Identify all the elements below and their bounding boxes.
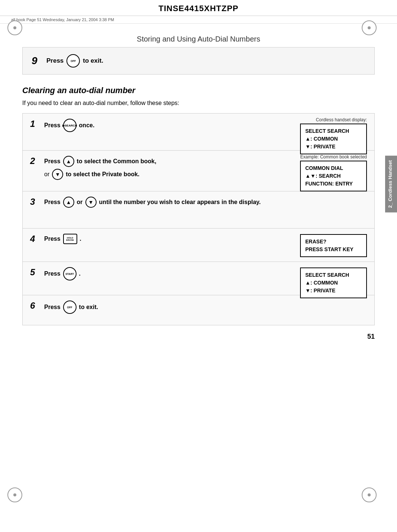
step-3-line: Press ▲ or ▼ until the number you wish t… bbox=[44, 197, 367, 208]
step-1-display: Cordless handset display: SELECT SEARCH▲… bbox=[300, 117, 367, 154]
step-6-number: 6 bbox=[30, 301, 40, 311]
step-9-number: 9 bbox=[32, 55, 43, 67]
steps-container: 1 Press ▶SEARCH once. Cordless handset d… bbox=[22, 113, 375, 325]
corner-decoration-bl bbox=[7, 487, 22, 502]
erase-button-icon: HOLD ERASE bbox=[63, 234, 77, 244]
step-5-display: SELECT SEARCH▲: COMMON▼: PRIVATE bbox=[300, 267, 367, 298]
search-button-icon: ▶SEARCH bbox=[63, 119, 77, 132]
corner-decoration-tl bbox=[7, 20, 22, 35]
page-number: 51 bbox=[0, 325, 397, 348]
step-3-content: Press ▲ or ▼ until the number you wish t… bbox=[44, 197, 367, 208]
up-arrow-icon-2: ▲ bbox=[63, 197, 74, 208]
off-button-icon: OFF bbox=[66, 54, 80, 68]
step-6-row: 6 Press OFF to exit. bbox=[23, 295, 374, 325]
step-1-row: 1 Press ▶SEARCH once. Cordless handset d… bbox=[23, 114, 374, 151]
corner-decoration-tr bbox=[362, 20, 377, 35]
step-3-row: 3 Press ▲ or ▼ until the number you wish… bbox=[23, 191, 374, 229]
step-5-display-box: SELECT SEARCH▲: COMMON▼: PRIVATE bbox=[300, 267, 367, 298]
step-2-display: Example: Common book selected COMMON DIA… bbox=[300, 154, 367, 191]
step-5-row: 5 Press START . SELECT SEARCH▲: COMMON▼:… bbox=[23, 262, 374, 295]
off-button-icon-2: OFF bbox=[63, 301, 77, 314]
step-1-number: 1 bbox=[30, 119, 40, 129]
start-button-icon: START bbox=[63, 267, 77, 280]
page-header: TINSE4415XHTZPP bbox=[0, 0, 397, 16]
step-2-number: 2 bbox=[30, 156, 40, 166]
step-9-content: Press OFF to exit. bbox=[46, 54, 103, 68]
step-4-row: 4 Press HOLD ERASE . ERASE?PRESS START K… bbox=[23, 229, 374, 262]
step-6-line: Press OFF to exit. bbox=[44, 301, 367, 314]
down-arrow-icon-2: ▼ bbox=[85, 197, 97, 208]
down-arrow-icon: ▼ bbox=[52, 169, 63, 180]
step-5-number: 5 bbox=[30, 267, 40, 278]
step-1-display-box: SELECT SEARCH▲: COMMON▼: PRIVATE bbox=[300, 124, 367, 154]
up-arrow-icon: ▲ bbox=[63, 156, 74, 167]
step-2-display-box: COMMON DIAL▲▼: SEARCHFUNCTION: ENTRY bbox=[300, 161, 367, 191]
page-title: Storing and Using Auto-Dial Numbers bbox=[0, 24, 397, 47]
step-4-display-box: ERASE?PRESS START KEY bbox=[300, 234, 367, 257]
step-3-number: 3 bbox=[30, 197, 40, 207]
step-4-display: ERASE?PRESS START KEY bbox=[300, 234, 367, 257]
step-9-box: 9 Press OFF to exit. bbox=[22, 47, 375, 75]
section-heading: Clearing an auto-dial number bbox=[22, 86, 375, 95]
step-6-content: Press OFF to exit. bbox=[44, 301, 367, 314]
file-info: all.book Page 51 Wednesday, January 21, … bbox=[0, 16, 397, 24]
section-tab: 2_ Cordless Handset bbox=[385, 156, 397, 213]
step-4-number: 4 bbox=[30, 234, 40, 244]
step-2-row: 2 Press ▲ to select the Common book, or … bbox=[23, 151, 374, 191]
section-intro: If you need to clear an auto-dial number… bbox=[22, 100, 375, 106]
corner-decoration-br bbox=[362, 487, 377, 502]
